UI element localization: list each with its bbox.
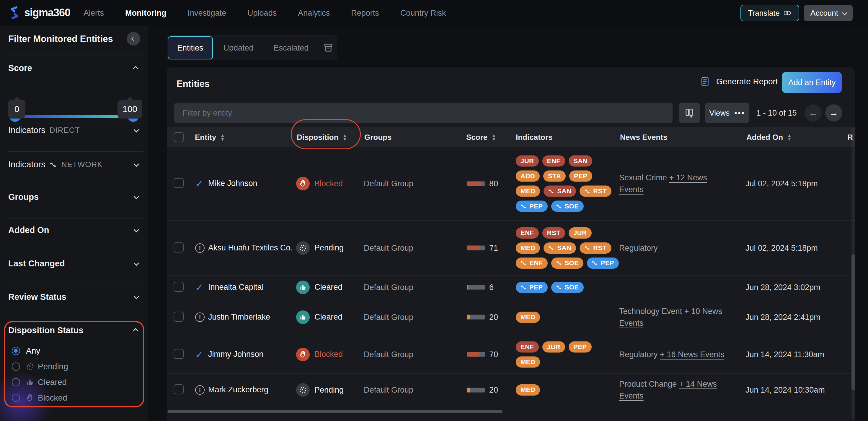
vertical-scrollbar-thumb[interactable] bbox=[851, 254, 855, 390]
section-score[interactable]: Score bbox=[8, 63, 138, 73]
entity-name[interactable]: Innealta Capital bbox=[208, 280, 297, 294]
disposition-option-blocked[interactable]: Blocked bbox=[12, 393, 67, 403]
account-button[interactable]: Account bbox=[804, 5, 852, 21]
column-indicators[interactable]: Indicators bbox=[516, 133, 552, 142]
arrow-left-icon: ← bbox=[809, 108, 817, 118]
table-row[interactable]: ✓ Mike Johnson Blocked Default Group 80 bbox=[167, 147, 855, 220]
sort-icon[interactable]: ▲▼ bbox=[220, 133, 225, 141]
tab-entities-label: Entities bbox=[177, 44, 204, 53]
nav-item-reports[interactable]: Reports bbox=[351, 8, 379, 18]
indicator-badge: SOE bbox=[551, 257, 584, 269]
network-route-icon bbox=[592, 260, 598, 265]
select-all-checkbox[interactable] bbox=[174, 132, 184, 142]
indicator-badge: MED bbox=[516, 384, 540, 396]
table-row[interactable]: ! Mark Zuckerberg Pending Default Group … bbox=[167, 373, 855, 420]
slider-track[interactable] bbox=[15, 115, 133, 118]
disposition-option-pending[interactable]: Pending bbox=[12, 362, 68, 371]
disposition-cell: Blocked bbox=[296, 177, 343, 190]
entity-filter-input[interactable] bbox=[174, 103, 673, 123]
archive-button[interactable] bbox=[323, 42, 334, 54]
cleared-thumbs-up-icon bbox=[296, 281, 310, 294]
table-header: Entity ▲▼ Disposition ▲▼ Groups Score ▲▼… bbox=[167, 127, 855, 147]
indicator-badge: RST bbox=[580, 186, 612, 197]
row-checkbox[interactable] bbox=[174, 349, 184, 359]
indicator-badge: PEP bbox=[516, 201, 548, 212]
row-checkbox[interactable] bbox=[174, 384, 184, 394]
tab-updated[interactable]: Updated bbox=[213, 36, 264, 60]
disposition-cell: Cleared bbox=[296, 310, 342, 324]
group-cell: Default Group bbox=[364, 350, 413, 359]
sort-icon[interactable]: ▲▼ bbox=[343, 133, 347, 141]
row-checkbox[interactable] bbox=[174, 178, 184, 188]
horizontal-scrollbar[interactable] bbox=[167, 410, 502, 413]
nav-item-uploads[interactable]: Uploads bbox=[247, 8, 277, 18]
section-added-on[interactable]: Added On bbox=[8, 225, 138, 235]
section-indicators-direct[interactable]: Indicators DIRECT bbox=[8, 125, 138, 135]
news-events-cell: Sexual Crime + 12 News Events bbox=[619, 172, 731, 195]
verified-check-icon: ✓ bbox=[195, 349, 204, 360]
nav-item-alerts[interactable]: Alerts bbox=[84, 8, 104, 18]
translate-button[interactable]: Translate bbox=[740, 5, 799, 21]
column-disposition[interactable]: Disposition ▲▼ bbox=[297, 133, 347, 142]
table-row[interactable]: ! Aksu Huafu Textiles Co. Pending Defaul… bbox=[167, 220, 855, 275]
pagination-prev-button[interactable]: ← bbox=[805, 104, 822, 121]
tab-escalated[interactable]: Escalated bbox=[264, 36, 319, 60]
radio-unselected[interactable] bbox=[12, 378, 20, 386]
section-review-status[interactable]: Review Status bbox=[8, 292, 138, 302]
table-row[interactable]: ✓ Innealta Capital Cleared Default Group… bbox=[167, 275, 855, 299]
column-score[interactable]: Score ▲▼ bbox=[466, 133, 496, 142]
section-groups[interactable]: Groups bbox=[8, 192, 138, 202]
tab-entities[interactable]: Entities bbox=[168, 36, 213, 59]
column-added-on[interactable]: Added On ▲▼ bbox=[746, 133, 792, 142]
chevron-down-icon bbox=[134, 260, 139, 266]
column-groups[interactable]: Groups bbox=[364, 133, 392, 142]
disposition-option-any[interactable]: Any bbox=[12, 346, 40, 356]
nav-item-analytics[interactable]: Analytics bbox=[298, 8, 330, 18]
entity-name[interactable]: Jimmy Johnson bbox=[208, 347, 297, 361]
added-on-label: Added On bbox=[8, 225, 49, 235]
brand-name: sigma360 bbox=[24, 6, 70, 19]
network-route-icon bbox=[584, 245, 591, 250]
nav-item-monitoring[interactable]: Monitoring bbox=[125, 8, 166, 18]
section-indicators-network[interactable]: Indicators NETWORK bbox=[8, 160, 138, 169]
row-checkbox[interactable] bbox=[174, 243, 184, 252]
score-cell: 6 bbox=[467, 283, 494, 292]
indicator-badge: PEP bbox=[516, 282, 548, 293]
nav-item-investigate[interactable]: Investigate bbox=[188, 8, 226, 18]
added-on-cell: Jul 02, 2024 5:18pm bbox=[745, 243, 818, 252]
news-events-link[interactable]: + 16 News Events bbox=[660, 350, 724, 359]
column-entity[interactable]: Entity ▲▼ bbox=[195, 133, 225, 142]
section-last-changed[interactable]: Last Changed bbox=[8, 259, 138, 269]
sidebar-collapse-button[interactable] bbox=[127, 32, 140, 46]
disposition-option-cleared[interactable]: Cleared bbox=[12, 377, 67, 387]
indicators-cell: PEP SOE bbox=[516, 282, 618, 293]
nav-item-country-risk[interactable]: Country Risk bbox=[400, 8, 446, 18]
entity-name[interactable]: Justin Timberlake bbox=[208, 310, 297, 324]
column-news-events[interactable]: News Events bbox=[620, 133, 667, 142]
radio-unselected[interactable] bbox=[12, 362, 20, 371]
indicators-cell: ENF RST JUR MED SAN RST bbox=[516, 227, 618, 269]
section-disposition-status[interactable]: Disposition Status bbox=[8, 326, 138, 335]
radio-unselected[interactable] bbox=[12, 394, 20, 402]
views-button[interactable]: Views ••• bbox=[705, 103, 749, 123]
sort-icon[interactable]: ▲▼ bbox=[787, 133, 792, 141]
pagination-next-button[interactable]: → bbox=[825, 104, 842, 121]
table-row[interactable]: ! Justin Timberlake Cleared Default Grou… bbox=[167, 299, 855, 335]
score-bar bbox=[467, 315, 485, 319]
indicator-badge: JUR bbox=[516, 156, 539, 167]
radio-selected[interactable] bbox=[12, 347, 20, 355]
entity-name[interactable]: Mike Johnson bbox=[208, 176, 297, 190]
table-row[interactable]: ✓ Jimmy Johnson Blocked Default Group 70 bbox=[167, 335, 855, 373]
column-settings-button[interactable] bbox=[679, 103, 700, 123]
news-category: Regulatory bbox=[619, 350, 658, 359]
indicators-cell: MED bbox=[516, 312, 618, 323]
generate-report-button[interactable]: Generate Report bbox=[700, 76, 778, 87]
row-checkbox[interactable] bbox=[174, 282, 184, 292]
entity-name[interactable]: Mark Zuckerberg bbox=[208, 383, 297, 397]
brand[interactable]: sigma360 bbox=[8, 6, 70, 20]
add-entity-button[interactable]: Add an Entity bbox=[782, 72, 842, 93]
row-checkbox[interactable] bbox=[174, 312, 184, 322]
sort-icon[interactable]: ▲▼ bbox=[492, 133, 496, 141]
indicators-cell: JUR ENF SAN ADD STA PEP MED bbox=[516, 156, 618, 212]
entity-name[interactable]: Aksu Huafu Textiles Co. bbox=[208, 241, 297, 255]
